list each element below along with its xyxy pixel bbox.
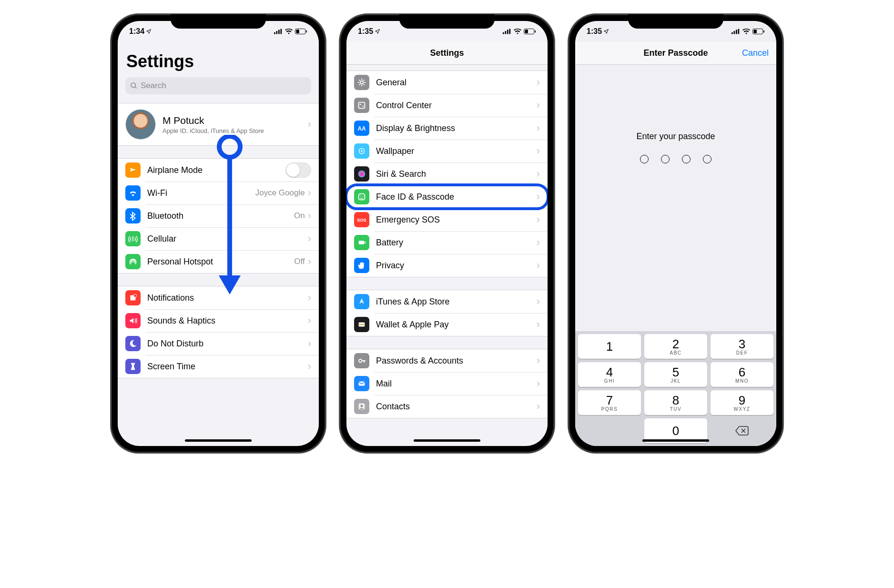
keypad-2[interactable]: 2ABC [644,334,707,359]
phone-frame-1: 1:34 Settings Search M Potuck Ap [111,14,325,453]
keypad-3[interactable]: 3DEF [711,334,773,359]
keypad-4[interactable]: 4GHI [578,362,641,387]
svg-text:SOS: SOS [357,218,366,223]
row-label: Privacy [376,261,537,271]
svg-rect-37 [359,324,365,325]
key-number: 7 [606,394,613,406]
keypad-7[interactable]: 7PQRS [578,390,641,415]
svg-rect-30 [359,194,365,200]
settings-row-personal-hotspot[interactable]: Personal HotspotOff› [118,250,319,273]
svg-point-24 [360,104,361,105]
settings-row-privacy[interactable]: Privacy› [346,254,548,277]
settings-row-contacts[interactable]: Contacts› [346,395,548,418]
settings-row-do-not-disturb[interactable]: Do Not Disturb› [118,332,319,355]
dnd-icon [125,336,141,351]
row-label: Notifications [147,293,308,303]
row-label: Bluetooth [147,211,294,221]
signal-icon [731,29,740,34]
settings-row-notifications[interactable]: Notifications› [118,286,319,309]
row-label: Wi-Fi [147,188,255,198]
svg-point-25 [362,105,364,107]
keypad-9[interactable]: 9WXYZ [711,390,773,415]
chevron-icon: › [537,168,540,180]
battery-icon [295,29,307,34]
store-icon [354,294,369,309]
key-number: 0 [672,425,679,437]
keypad-8[interactable]: 8TUV [644,390,707,415]
key-number: 1 [606,340,613,353]
chevron-icon: › [308,337,311,350]
chevron-icon: › [537,99,540,112]
settings-row-emergency-sos[interactable]: SOSEmergency SOS› [346,208,548,231]
settings-row-wallpaper[interactable]: Wallpaper› [346,140,548,162]
settings-row-screen-time[interactable]: Screen Time› [118,355,319,378]
settings-row-wi-fi[interactable]: Wi-FiJoyce Google› [118,182,319,204]
cancel-button[interactable]: Cancel [742,48,769,58]
settings-row-display-brightness[interactable]: AADisplay & Brightness› [346,117,548,140]
key-number: 6 [739,366,745,378]
chevron-icon: › [308,210,311,222]
status-time: 1:35 [358,27,373,36]
key-letters: TUV [670,406,682,412]
cellular-icon [125,231,141,246]
signal-icon [503,29,511,34]
svg-rect-34 [359,241,365,244]
bluetooth-icon [125,208,141,223]
svg-rect-17 [507,30,508,34]
row-label: Battery [376,238,537,248]
sound-icon [125,313,141,328]
status-time: 1:35 [587,27,602,36]
settings-row-control-center[interactable]: Control Center› [346,94,548,117]
profile-name: M Potuck [163,115,308,126]
row-label: Do Not Disturb [147,339,308,349]
key-letters: PQRS [601,406,618,412]
settings-row-battery[interactable]: Battery› [346,231,548,254]
settings-row-passwords-accounts[interactable]: Passwords & Accounts› [346,349,548,372]
settings-row-cellular[interactable]: Cellular› [118,227,319,250]
wall-icon [354,143,369,159]
chevron-icon: › [537,318,540,331]
svg-point-38 [359,359,362,362]
airplane-icon [125,162,141,178]
settings-row-bluetooth[interactable]: BluetoothOn› [118,204,319,227]
keypad-1[interactable]: 1 [578,334,641,359]
svg-rect-35 [365,242,366,243]
profile-row[interactable]: M Potuck Apple ID, iCloud, iTunes & App … [118,103,319,145]
chevron-icon: › [537,191,540,203]
row-label: Control Center [376,101,537,111]
key-number: 3 [739,338,745,350]
home-indicator[interactable] [185,439,252,442]
location-icon [603,29,609,34]
settings-row-airplane-mode[interactable]: Airplane Mode [118,159,319,182]
home-indicator[interactable] [642,439,709,442]
home-indicator[interactable] [414,439,480,442]
face-icon [354,189,369,204]
settings-row-general[interactable]: General› [346,71,548,94]
key-letters: WXYZ [734,406,751,412]
keypad-6[interactable]: 6MNO [711,362,773,387]
keypad-5[interactable]: 5JKL [644,362,707,387]
aa-icon: AA [354,121,369,136]
chevron-icon: › [308,187,311,199]
signal-icon [274,29,283,34]
timer-icon [125,359,141,374]
keypad-backspace[interactable] [711,418,773,443]
chevron-icon: › [537,355,540,367]
settings-row-sounds-haptics[interactable]: Sounds & Haptics› [118,309,319,332]
settings-row-mail[interactable]: Mail› [346,372,548,395]
row-label: Emergency SOS [376,215,537,225]
chevron-icon: › [537,259,540,272]
row-label: Face ID & Passcode [376,192,537,202]
settings-row-itunes-app-store[interactable]: iTunes & App Store› [346,290,548,313]
key-number: 2 [672,338,679,350]
settings-row-face-id-passcode[interactable]: Face ID & Passcode› [346,185,548,208]
chevron-icon: › [537,236,540,249]
location-icon [375,29,380,34]
search-input[interactable]: Search [125,77,311,94]
svg-rect-23 [359,102,365,109]
toggle-switch[interactable] [285,162,311,178]
row-label: Screen Time [147,362,308,372]
svg-rect-16 [505,31,507,34]
settings-row-siri-search[interactable]: Siri & Search› [346,162,548,185]
settings-row-wallet-apple-pay[interactable]: Wallet & Apple Pay› [346,313,548,336]
